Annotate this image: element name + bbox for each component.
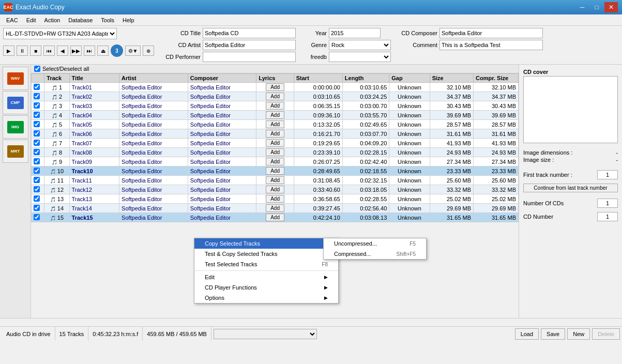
drive-select[interactable]: HL-DT-STDVD+RW GT32N A203 Adapter: 1 ID:… bbox=[3, 28, 117, 39]
ctx-test-selected[interactable]: Test Selected Tracks F8 bbox=[194, 259, 338, 269]
track-checkbox[interactable] bbox=[34, 158, 40, 164]
cd-comment-input[interactable] bbox=[439, 40, 543, 50]
stop-button[interactable]: ■ bbox=[30, 46, 41, 56]
first-track-input[interactable] bbox=[597, 170, 618, 179]
ctx-copy-selected[interactable]: Copy Selected Tracks ▶ bbox=[194, 238, 338, 249]
save-button[interactable]: Save bbox=[541, 328, 565, 340]
track-gap: Unknown bbox=[389, 83, 430, 92]
table-row[interactable]: 🎵 8 Track08 Softpedia Editor Softpedia E… bbox=[32, 148, 519, 157]
table-row[interactable]: 🎵 13 Track13 Softpedia Editor Softpedia … bbox=[32, 194, 519, 204]
play-button[interactable]: ▶ bbox=[3, 46, 14, 56]
freedb-select[interactable] bbox=[329, 52, 391, 62]
close-button[interactable]: ✕ bbox=[604, 2, 618, 12]
app-icon: EAC bbox=[4, 3, 12, 11]
next-track-button[interactable]: ⏭ bbox=[84, 46, 95, 56]
lyrics-add-button[interactable]: Add bbox=[266, 186, 284, 193]
maximize-button[interactable]: □ bbox=[590, 2, 603, 12]
mrt-icon[interactable]: MRT bbox=[3, 140, 28, 163]
load-button[interactable]: Load bbox=[515, 328, 539, 340]
horizontal-scrollbar[interactable] bbox=[0, 318, 622, 326]
track-checkbox[interactable] bbox=[34, 195, 40, 202]
track-checkbox[interactable] bbox=[34, 140, 40, 146]
delete-button[interactable]: Delete bbox=[592, 328, 620, 340]
year-input[interactable] bbox=[329, 28, 381, 38]
table-row[interactable]: 🎵 12 Track12 Softpedia Editor Softpedia … bbox=[32, 185, 519, 194]
table-row[interactable]: 🎵 5 Track05 Softpedia Editor Softpedia E… bbox=[32, 120, 519, 129]
table-row[interactable]: 🎵 2 Track02 Softpedia Editor Softpedia E… bbox=[32, 92, 519, 101]
ctx-options[interactable]: Options ▶ bbox=[194, 293, 338, 303]
cd-number-input[interactable] bbox=[597, 212, 618, 221]
extra-button[interactable]: ⊕ bbox=[143, 46, 154, 56]
cd-title-input[interactable] bbox=[203, 28, 296, 38]
img-icon[interactable]: IMG bbox=[3, 115, 28, 139]
lyrics-add-button[interactable]: Add bbox=[266, 195, 284, 203]
ctx-cd-player[interactable]: CD Player Functions ▶ bbox=[194, 282, 338, 293]
lyrics-add-button[interactable]: Add bbox=[266, 148, 284, 156]
lyrics-add-button[interactable]: Add bbox=[266, 111, 284, 119]
menu-edit[interactable]: Edit bbox=[22, 16, 40, 24]
status-select[interactable] bbox=[214, 329, 317, 339]
cd-performer-input[interactable] bbox=[203, 52, 296, 62]
table-row[interactable]: 🎵 3 Track03 Softpedia Editor Softpedia E… bbox=[32, 101, 519, 111]
table-row[interactable]: 🎵 9 Track09 Softpedia Editor Softpedia E… bbox=[32, 157, 519, 166]
menu-tools[interactable]: Tools bbox=[97, 16, 118, 24]
settings-button[interactable]: ⚙▼ bbox=[125, 46, 141, 56]
track-checkbox[interactable] bbox=[34, 214, 40, 220]
eject-button[interactable]: ⏏ bbox=[97, 46, 109, 56]
new-button[interactable]: New bbox=[567, 328, 590, 340]
prev-track-button[interactable]: ⏮ bbox=[43, 46, 55, 56]
track-checkbox[interactable] bbox=[34, 93, 40, 99]
lyrics-add-button[interactable]: Add bbox=[266, 83, 284, 91]
track-checkbox[interactable] bbox=[34, 177, 40, 183]
lyrics-add-button[interactable]: Add bbox=[266, 214, 284, 221]
cd-artist-input[interactable] bbox=[203, 40, 296, 50]
table-row[interactable]: 🎵 11 Track11 Softpedia Editor Softpedia … bbox=[32, 176, 519, 185]
ctx-test-copy[interactable]: Test & Copy Selected Tracks ▶ bbox=[194, 249, 338, 259]
table-row[interactable]: 🎵 10 Track10 Softpedia Editor Softpedia … bbox=[32, 166, 519, 176]
lyrics-add-button[interactable]: Add bbox=[266, 102, 284, 110]
menu-help[interactable]: Help bbox=[118, 16, 139, 24]
lyrics-add-button[interactable]: Add bbox=[266, 120, 284, 128]
track-note-icon: 🎵 bbox=[52, 113, 57, 118]
cd-composer-input[interactable] bbox=[439, 28, 543, 38]
minimize-button[interactable]: ─ bbox=[575, 2, 589, 12]
ctx-edit[interactable]: Edit ▶ bbox=[194, 272, 338, 282]
track-checkbox[interactable] bbox=[34, 121, 40, 127]
table-row[interactable]: 🎵 7 Track07 Softpedia Editor Softpedia E… bbox=[32, 139, 519, 148]
genre-select[interactable]: Rock Pop Jazz bbox=[329, 40, 391, 50]
track-checkbox[interactable] bbox=[34, 102, 40, 109]
lyrics-add-button[interactable]: Add bbox=[266, 204, 284, 212]
select-all-checkbox[interactable] bbox=[34, 66, 40, 72]
menu-database[interactable]: Database bbox=[64, 16, 97, 24]
prev-button[interactable]: ◀ bbox=[57, 46, 68, 56]
table-row[interactable]: 🎵 4 Track04 Softpedia Editor Softpedia E… bbox=[32, 111, 519, 120]
table-row[interactable]: 🎵 6 Track06 Softpedia Editor Softpedia E… bbox=[32, 129, 519, 139]
table-row[interactable]: 🎵 14 Track14 Softpedia Editor Softpedia … bbox=[32, 204, 519, 213]
lyrics-add-button[interactable]: Add bbox=[266, 93, 284, 100]
num-cds-input[interactable] bbox=[597, 199, 618, 208]
lyrics-add-button[interactable]: Add bbox=[266, 167, 284, 175]
lyrics-add-button[interactable]: Add bbox=[266, 176, 284, 184]
table-row[interactable]: 🎵 1 Track01 Softpedia Editor Softpedia E… bbox=[32, 83, 519, 92]
cmp-icon[interactable]: CMP bbox=[3, 91, 28, 114]
continue-from-last-button[interactable]: Continue from last track number bbox=[523, 184, 618, 192]
lyrics-add-button[interactable]: Add bbox=[266, 130, 284, 138]
track-checkbox[interactable] bbox=[34, 84, 40, 90]
track-checkbox[interactable] bbox=[34, 205, 40, 211]
next-button[interactable]: ▶▶ bbox=[70, 46, 82, 56]
track-checkbox[interactable] bbox=[34, 130, 40, 136]
lyrics-add-button[interactable]: Add bbox=[266, 158, 284, 165]
menu-eac[interactable]: EAC bbox=[2, 16, 22, 24]
ctx-compressed[interactable]: Compressed... Shift+F5 bbox=[324, 249, 426, 259]
menu-action[interactable]: Action bbox=[40, 16, 65, 24]
track-checkbox[interactable] bbox=[34, 168, 40, 174]
track-checkbox[interactable] bbox=[34, 112, 40, 118]
track-checkbox[interactable] bbox=[34, 186, 40, 192]
wav-icon[interactable]: WAV bbox=[3, 67, 28, 90]
lyrics-add-button[interactable]: Add bbox=[266, 139, 284, 147]
pause-button[interactable]: ⏸ bbox=[17, 46, 28, 56]
track-checkbox[interactable] bbox=[34, 149, 40, 155]
table-row[interactable]: 🎵 15 Track15 Softpedia Editor Softpedia … bbox=[32, 213, 519, 222]
ctx-uncompressed[interactable]: Uncompressed... F5 bbox=[324, 238, 426, 249]
track-composer: Softpedia Editor bbox=[188, 101, 256, 111]
